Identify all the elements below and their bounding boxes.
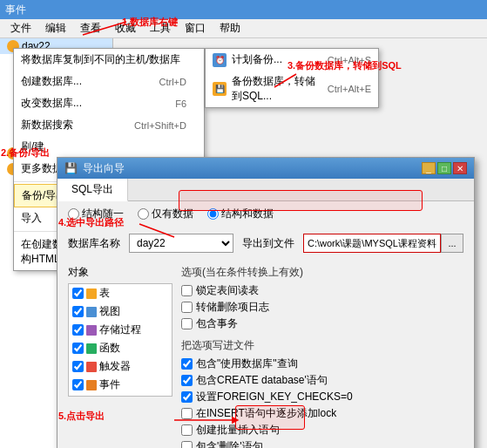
obj-event: 事件 (69, 376, 172, 394)
menu-edit[interactable]: 编辑 (38, 19, 73, 37)
annotation-1: 1.数据库右键 (122, 16, 178, 29)
options-group-2-title: 把选项写进文件 (181, 338, 463, 353)
context-new-search[interactable]: 新数据搜索 Ctrl+Shift+D (14, 114, 204, 136)
menu-help[interactable]: 帮助 (213, 19, 247, 37)
opt-dump-log-check[interactable] (181, 302, 193, 313)
opt-create-db-check[interactable] (181, 375, 193, 386)
radio-structure-data[interactable]: 结构和数据 (207, 207, 274, 221)
table-obj-icon (86, 288, 97, 299)
svg-line-2 (139, 224, 174, 237)
dialog-body: 数据库名称 day22 导出到文件 ... (57, 227, 474, 265)
export-dialog: 💾 导出向导 _ □ ✕ SQL导出 结构随一 仅有数据 结构和数据 (57, 157, 475, 448)
opt-lock-table: 锁定表间读表 (181, 283, 463, 298)
annotation-3: 3.备份数据库，转储到SQL (287, 59, 402, 72)
dialog-title-text: 导出向导 (83, 161, 125, 176)
obj-table: 表 (69, 284, 172, 302)
obj-proc-check[interactable] (72, 324, 84, 336)
submenu-backup: ⏰ 计划备份... Ctrl+Alt+S 💾 备份数据库，转储到SQL... C… (205, 48, 379, 108)
options-group-1: 选项(当在条件转换上有效) 锁定表间读表 转储删除项日志 包含事务 (181, 265, 463, 331)
db-name-label: 数据库名称 (68, 236, 129, 251)
opt-include-trans-check[interactable] (181, 318, 193, 329)
ide-menubar: 文件 编辑 查看 收藏 工具 窗口 帮助 (0, 19, 487, 38)
context-alter-db[interactable]: 改变数据库... F6 (14, 92, 204, 114)
event-obj-icon (86, 380, 97, 390)
dialog-titlebar: 💾 导出向导 _ □ ✕ (57, 158, 474, 179)
export-path-input[interactable] (303, 234, 441, 253)
dialog-title-icon: 💾 (64, 162, 78, 174)
close-btn[interactable]: ✕ (453, 162, 467, 174)
view-obj-icon (86, 307, 97, 317)
tab-sql-export[interactable]: SQL导出 (57, 179, 128, 201)
opt-create-db: 包含CREATE database'语句 (181, 373, 463, 388)
arrow-4 (135, 220, 179, 241)
proc-obj-icon (86, 325, 97, 336)
submenu-dump-sql[interactable]: 💾 备份数据库，转储到SQL... Ctrl+Alt+E (206, 71, 378, 107)
clock-icon: ⏰ (213, 53, 227, 67)
opt-fk-checks: 设置FOREIGN_KEY_CHECKS=0 (181, 390, 463, 404)
context-copy-db[interactable]: 将数据库复制到不同的主机/数据库 (14, 49, 204, 71)
obj-view-check[interactable] (72, 306, 84, 317)
obj-trig: 触发器 (69, 357, 172, 376)
dialog-tabs: SQL导出 (57, 179, 474, 201)
obj-trig-check[interactable] (72, 361, 84, 372)
ide-title: 事件 (5, 3, 26, 17)
maximize-btn[interactable]: □ (437, 162, 451, 174)
trig-obj-icon (86, 362, 97, 372)
obj-view: 视图 (69, 302, 172, 321)
obj-func: 函数 (69, 339, 172, 357)
titlebar-buttons: _ □ ✕ (422, 162, 467, 174)
ide-titlebar: 事件 (0, 0, 487, 19)
db-name-row: 数据库名称 day22 导出到文件 ... (68, 234, 463, 253)
opt-use-db: 包含"使用数据库"查询 (181, 356, 463, 371)
obj-proc: 存储过程 (69, 321, 172, 339)
minimize-btn[interactable]: _ (422, 162, 436, 174)
annotation-4: 4.选中导出路径 (58, 216, 124, 229)
arrow-5 (170, 411, 240, 429)
menu-window[interactable]: 窗口 (178, 19, 213, 37)
menu-view[interactable]: 查看 (73, 19, 108, 37)
opt-dump-log: 转储删除项日志 (181, 300, 463, 315)
obj-func-check[interactable] (72, 343, 84, 354)
opt-use-db-check[interactable] (181, 358, 193, 370)
opt-include-trans: 包含事务 (181, 316, 463, 331)
dump-icon: 💾 (213, 82, 227, 96)
context-create-db[interactable]: 创建数据库... Ctrl+D (14, 71, 204, 92)
opt-lock-table-check[interactable] (181, 285, 193, 296)
export-path-label: 导出到文件 (242, 236, 303, 251)
opt-fk-checks-check[interactable] (181, 391, 193, 403)
objects-list: 表 视图 存储过程 函数 (68, 283, 172, 397)
func-obj-icon (86, 343, 97, 354)
dialog-columns: 对象 表 视图 存储过程 (57, 265, 474, 448)
opt-include-delete-check[interactable] (181, 441, 193, 448)
options-group-1-title: 选项(当在条件转换上有效) (181, 265, 463, 280)
annotation-5: 5.点击导出 (58, 410, 105, 423)
browse-button[interactable]: ... (441, 234, 463, 253)
obj-event-check[interactable] (72, 379, 84, 390)
opt-include-delete: 包含'删除'语句 (181, 439, 463, 448)
options-group-2: 把选项写进文件 包含"使用数据库"查询 包含CREATE database'语句… (181, 338, 463, 448)
obj-table-check[interactable] (72, 288, 84, 299)
annotation-2: 2.备份/导出 (1, 146, 50, 160)
menu-file[interactable]: 文件 (3, 19, 38, 37)
objects-title: 对象 (68, 265, 172, 280)
